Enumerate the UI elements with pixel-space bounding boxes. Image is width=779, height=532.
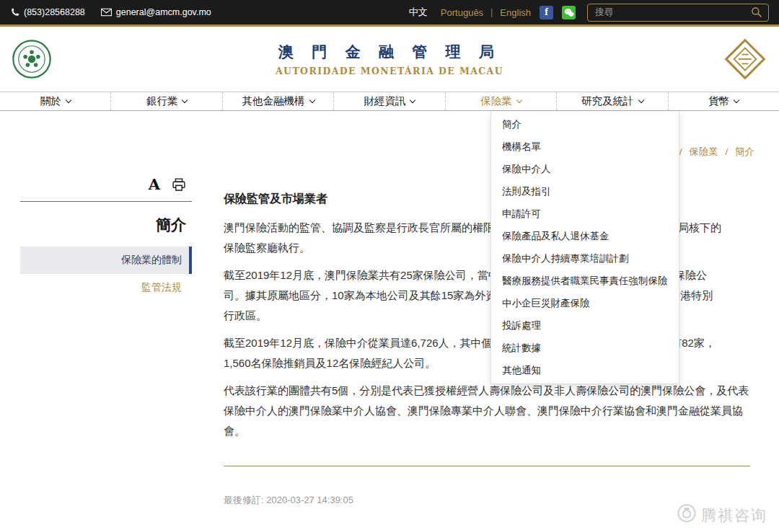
nav-item-label: 其他金融機構	[242, 94, 305, 108]
breadcrumb-item: 簡介 /	[735, 146, 754, 157]
search-box	[587, 4, 769, 22]
facebook-letter: f	[545, 6, 548, 18]
site-title-pt: AUTORIDADE MONETÁRIA DE MACAU	[188, 66, 591, 76]
sidebar-heading: 簡介	[20, 215, 192, 235]
font-size-button[interactable]: A	[149, 177, 160, 192]
nav-item[interactable]: 關於	[0, 92, 111, 110]
print-button[interactable]	[172, 177, 186, 192]
lang-en[interactable]: English	[500, 7, 531, 18]
nav-item-label: 保險業	[480, 94, 512, 108]
insurance-dropdown-menu: 簡介 機構名單 保險中介人 法則及指引 申請許可 保險產品及私人退休基金 保險中…	[490, 111, 679, 384]
watermark-text: 腾祺咨询	[701, 505, 767, 526]
site-header: 澳 門 金 融 管 理 局 AUTORIDADE MONETÁRIA DE MA…	[0, 27, 779, 92]
dropdown-menu-item[interactable]: 醫療服務提供者職業民事責任強制保險	[491, 270, 679, 292]
nav-item[interactable]: 貨幣	[669, 92, 779, 110]
chevron-down-icon	[410, 97, 415, 103]
chevron-down-icon	[182, 97, 188, 103]
site-title: 澳 門 金 融 管 理 局 AUTORIDADE MONETÁRIA DE MA…	[188, 42, 591, 76]
nav-item-label: 關於	[40, 94, 61, 108]
facebook-icon[interactable]: f	[540, 6, 553, 19]
sidebar-divider	[20, 201, 192, 202]
search-input[interactable]	[595, 7, 751, 17]
phone-contact: (853)28568288	[10, 7, 85, 17]
sidebar-item[interactable]: 監管法規	[20, 274, 192, 301]
dropdown-menu-item[interactable]: 保險中介人持續專業培訓計劃	[491, 247, 679, 270]
content-divider	[224, 466, 750, 466]
breadcrumb-separator: /	[725, 146, 728, 157]
content-region: 首頁 / 保險業 / 簡介 / A	[0, 111, 779, 532]
dropdown-menu-item[interactable]: 保險產品及私人退休基金	[491, 225, 679, 247]
nav-item[interactable]: 其他金融機構	[223, 92, 334, 110]
topbar: (853)28568288 general@amcm.gov.mo 中文 Por…	[0, 0, 779, 25]
dropdown-menu-item[interactable]: 申請許可	[491, 203, 679, 225]
dropdown-menu-item[interactable]: 統計數據	[491, 337, 679, 359]
email-address: general@amcm.gov.mo	[116, 7, 211, 17]
sidebar-item-label: 監管法規	[141, 281, 182, 293]
chevron-down-icon	[309, 97, 314, 103]
phone-number: (853)28568288	[24, 7, 85, 17]
sidebar-item-label: 保險業的體制	[121, 254, 182, 265]
mail-icon	[101, 8, 112, 17]
lang-separator: |	[490, 7, 493, 17]
watermark: 腾祺咨询	[677, 504, 767, 526]
dropdown-menu-item[interactable]: 保險中介人	[491, 158, 679, 180]
nav-item-label: 研究及統計	[581, 94, 634, 108]
lang-zh[interactable]: 中文	[409, 6, 428, 19]
chevron-down-icon	[516, 97, 521, 103]
sidebar-menu: 保險業的體制 監管法規	[20, 247, 192, 301]
breadcrumb-link[interactable]: 簡介	[735, 146, 754, 157]
lang-pt[interactable]: Português	[441, 7, 483, 18]
paragraph: 代表該行業的團體共有5個，分別是代表已獲授權經營人壽保險公司及非人壽保險公司的澳…	[224, 381, 750, 441]
nav-item[interactable]: 財經資訊	[334, 92, 445, 110]
email-contact[interactable]: general@amcm.gov.mo	[101, 7, 211, 17]
dropdown-menu-item[interactable]: 機構名單	[491, 136, 679, 158]
phone-icon	[10, 8, 19, 17]
main-content: 保險監管及市場業者 澳門保險活動的監管、協調及監察是行政長官所屬的權限，行政長官…	[192, 111, 779, 532]
wechat-icon[interactable]	[562, 6, 576, 19]
breadcrumb-separator: /	[679, 146, 682, 157]
sidebar: A 簡介 保險業的體制 監管法規	[0, 111, 192, 532]
macau-government-seal-logo[interactable]	[12, 39, 52, 79]
nav-item-label: 銀行業	[146, 94, 178, 108]
topbar-right: 中文 Português | English f	[396, 4, 769, 22]
search-icon[interactable]	[751, 6, 762, 18]
breadcrumb-link[interactable]: 保險業	[689, 146, 718, 157]
chevron-down-icon	[65, 97, 71, 103]
dropdown-menu-item[interactable]: 法則及指引	[491, 180, 679, 203]
nav-item-label: 貨幣	[708, 94, 729, 108]
nav-item-label: 財經資訊	[364, 94, 405, 108]
dropdown-menu-item[interactable]: 其他通知	[491, 359, 679, 381]
site-title-zh: 澳 門 金 融 管 理 局	[188, 42, 591, 62]
chevron-down-icon	[734, 97, 739, 103]
watermark-camera-icon	[677, 504, 696, 526]
nav-item[interactable]: 銀行業	[111, 92, 222, 110]
main-nav: 關於 銀行業 其他金融機構 財經資訊 保險業 研究及統計 貨幣	[0, 92, 779, 111]
dropdown-menu-item[interactable]: 中小企巨災財產保險	[491, 292, 679, 314]
chevron-down-icon	[638, 97, 643, 103]
nav-item[interactable]: 保險業	[446, 92, 557, 110]
amcm-diamond-logo	[724, 38, 766, 80]
nav-item[interactable]: 研究及統計	[557, 92, 668, 110]
dropdown-menu-item[interactable]: 簡介	[491, 113, 679, 136]
last-modified: 最後修訂: 2020-03-27 14:39:05	[224, 494, 750, 507]
dropdown-menu-item[interactable]: 投訴處理	[491, 314, 679, 337]
breadcrumb-item: 保險業 /	[689, 146, 735, 157]
sidebar-item[interactable]: 保險業的體制	[20, 247, 192, 274]
page-tools: A	[20, 173, 192, 192]
